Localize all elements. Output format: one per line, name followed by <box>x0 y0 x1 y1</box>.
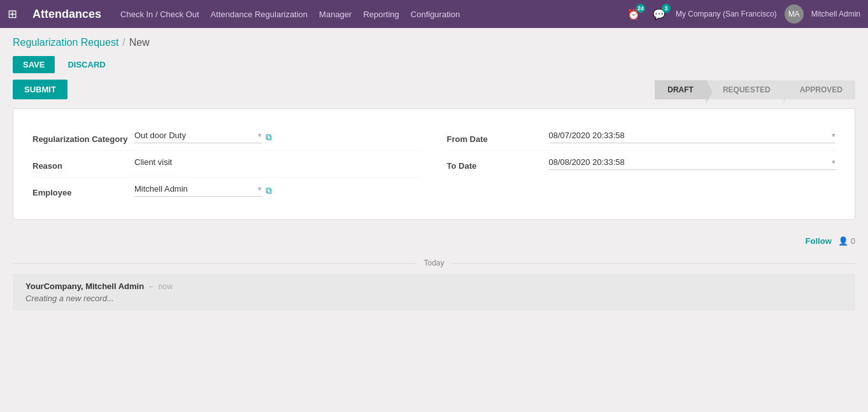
status-approved-label: APPROVED <box>800 85 843 94</box>
activity-notification[interactable]: ⏰ 24 <box>625 5 643 23</box>
follow-count: 0 <box>851 236 855 246</box>
from-date-text: 08/07/2020 20:33:58 <box>549 131 830 140</box>
chatter-time: now <box>159 282 173 291</box>
nav-attendance-regularization[interactable]: Attendance Regularization <box>211 10 308 19</box>
select-employee[interactable]: Mitchell Admin ▾ <box>134 184 262 197</box>
breadcrumb-parent[interactable]: Regularization Request <box>13 37 118 48</box>
follow-row: Follow 👤 0 <box>13 230 855 252</box>
message-notification[interactable]: 💬 3 <box>650 5 668 23</box>
company-selector[interactable]: My Company (San Francisco) <box>676 10 777 18</box>
nav-check-in-out[interactable]: Check In / Check Out <box>120 10 199 19</box>
field-employee: Employee Mitchell Admin ▾ ⧉ <box>32 178 422 204</box>
label-reg-category: Regularization Category <box>32 131 134 144</box>
chatter-author: YourCompany, Mitchell Admin <box>25 281 144 291</box>
status-pipeline: DRAFT REQUESTED APPROVED <box>655 80 855 99</box>
value-from-date: 08/07/2020 20:33:58 ▾ <box>549 131 836 143</box>
date-to-wrapper[interactable]: 08/08/2020 20:33:58 ▾ <box>549 157 836 170</box>
reg-category-text: Out door Duty <box>134 131 255 140</box>
date-from-wrapper[interactable]: 08/07/2020 20:33:58 ▾ <box>549 131 836 143</box>
apps-menu-icon[interactable]: ⊞ <box>8 7 17 21</box>
status-approved: APPROVED <box>783 80 855 99</box>
chatter-text: Creating a new record... <box>25 294 843 303</box>
reg-category-external-link[interactable]: ⧉ <box>266 132 272 143</box>
form-left: Regularization Category Out door Duty ▾ … <box>32 124 422 204</box>
label-to-date: To Date <box>447 157 549 171</box>
timeline-divider: Today <box>13 252 855 274</box>
from-date-arrow: ▾ <box>832 131 836 139</box>
save-button[interactable]: SAVE <box>13 56 55 73</box>
status-requested: REQUESTED <box>706 80 783 99</box>
submit-button[interactable]: SUBMIT <box>13 80 68 99</box>
activity-count: 24 <box>636 4 645 13</box>
user-name[interactable]: Mitchell Admin <box>811 10 860 18</box>
field-reg-category: Regularization Category Out door Duty ▾ … <box>32 124 422 151</box>
avatar[interactable]: MA <box>785 4 804 24</box>
status-requested-label: REQUESTED <box>723 85 771 94</box>
submit-row: SUBMIT DRAFT REQUESTED APPROVED <box>13 80 855 99</box>
breadcrumb-current: New <box>129 37 150 48</box>
field-reason: Reason Client visit <box>32 151 422 178</box>
employee-arrow: ▾ <box>258 185 262 193</box>
reason-text: Client visit <box>134 155 172 169</box>
nav-reporting[interactable]: Reporting <box>363 10 399 19</box>
timeline-label: Today <box>423 259 444 267</box>
field-to-date: To Date 08/08/2020 20:33:58 ▾ <box>447 151 836 177</box>
nav-manager[interactable]: Manager <box>319 10 352 19</box>
nav-menu: Check In / Check Out Attendance Regulari… <box>120 10 612 19</box>
value-employee: Mitchell Admin ▾ ⧉ <box>134 184 422 197</box>
form-grid: Regularization Category Out door Duty ▾ … <box>32 124 836 204</box>
person-icon: 👤 <box>838 236 848 246</box>
app-title: Attendances <box>32 8 101 21</box>
to-date-arrow: ▾ <box>832 158 836 166</box>
select-reg-category[interactable]: Out door Duty ▾ <box>134 131 262 143</box>
breadcrumb: Regularization Request / New <box>13 37 855 48</box>
nav-configuration[interactable]: Configuration <box>411 10 460 19</box>
avatar-initial: MA <box>788 10 800 18</box>
breadcrumb-separator: / <box>122 37 125 48</box>
topnav: ⊞ Attendances Check In / Check Out Atten… <box>0 0 868 28</box>
chatter-message: YourCompany, Mitchell Admin – now Creati… <box>25 281 843 303</box>
follow-count-wrapper: 👤 0 <box>838 236 855 246</box>
label-employee: Employee <box>32 184 134 197</box>
value-to-date: 08/08/2020 20:33:58 ▾ <box>549 157 836 170</box>
discard-button[interactable]: DISCARD <box>61 56 111 73</box>
page-content: Regularization Request / New SAVE DISCAR… <box>0 28 868 320</box>
employee-text: Mitchell Admin <box>134 184 255 194</box>
employee-external-link[interactable]: ⧉ <box>266 185 272 196</box>
field-from-date: From Date 08/07/2020 20:33:58 ▾ <box>447 124 836 151</box>
chatter-area: YourCompany, Mitchell Admin – now Creati… <box>13 274 855 311</box>
form-card: Regularization Category Out door Duty ▾ … <box>13 108 855 220</box>
form-right: From Date 08/07/2020 20:33:58 ▾ To Date … <box>447 124 836 204</box>
to-date-text: 08/08/2020 20:33:58 <box>549 157 830 167</box>
follow-button[interactable]: Follow <box>806 236 832 246</box>
label-from-date: From Date <box>447 131 549 144</box>
value-reg-category: Out door Duty ▾ ⧉ <box>134 131 422 143</box>
status-draft-label: DRAFT <box>667 85 694 94</box>
timeline-line-left <box>13 263 417 264</box>
chatter-time-separator: – <box>149 282 153 291</box>
message-count: 3 <box>662 4 671 13</box>
timeline-line-right <box>451 263 855 264</box>
status-draft: DRAFT <box>655 80 706 99</box>
chatter-author-time: YourCompany, Mitchell Admin – now <box>25 281 843 291</box>
value-reason: Client visit <box>134 157 422 167</box>
label-reason: Reason <box>32 157 134 171</box>
topnav-right: ⏰ 24 💬 3 My Company (San Francisco) MA M… <box>625 4 860 24</box>
reg-category-arrow: ▾ <box>258 131 262 139</box>
action-buttons: SAVE DISCARD <box>13 56 855 73</box>
